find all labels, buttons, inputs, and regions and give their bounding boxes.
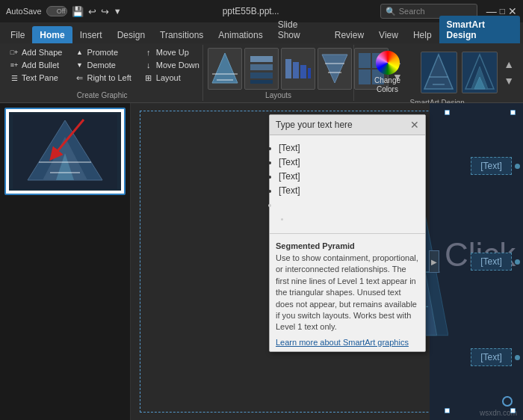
svg-rect-10: [308, 68, 311, 78]
add-bullet-icon: [9, 60, 19, 70]
rotate-handle[interactable]: [502, 396, 513, 407]
right-label-item-2: [Text]: [471, 253, 520, 271]
tab-help[interactable]: Help: [406, 26, 439, 43]
autosave-state: Off: [57, 7, 66, 15]
save-icon[interactable]: 💾: [72, 6, 84, 17]
layout-thumb-4[interactable]: [318, 48, 352, 90]
slide-thumbnail-svg: [13, 114, 117, 189]
text-pane-header: Type your text here ✕: [270, 115, 425, 135]
smartart-thumb-svg-1: [421, 52, 456, 93]
move-up-button[interactable]: Move Up: [140, 46, 202, 58]
svg-rect-7: [285, 59, 291, 78]
rtl-icon: [74, 72, 84, 83]
layout-thumb-3[interactable]: [281, 48, 315, 90]
text-pane-icon: [9, 72, 19, 83]
tab-view[interactable]: View: [371, 26, 406, 43]
svg-marker-18: [424, 55, 453, 89]
svg-marker-0: [212, 53, 238, 83]
tab-transitions[interactable]: Transitions: [152, 26, 211, 43]
right-to-left-button[interactable]: Right to Left: [71, 72, 134, 84]
layout-thumb-svg-1: [211, 52, 239, 86]
label-box-3[interactable]: [Text]: [471, 348, 512, 366]
text-pane-button[interactable]: Text Pane: [6, 72, 65, 84]
move-down-icon: [143, 60, 154, 70]
label-box-2[interactable]: [Text]: [471, 253, 512, 271]
smartart-thumb-svg-2: [462, 52, 497, 93]
text-pane-divider: [270, 233, 425, 234]
handle-tr[interactable]: [510, 110, 516, 115]
layout-thumb-2[interactable]: [244, 48, 279, 90]
handle-bl[interactable]: [445, 408, 450, 413]
layouts-title: Layouts: [208, 90, 349, 99]
promote-button[interactable]: Promote: [71, 46, 134, 58]
description-text: Use to show containment, proportional, o…: [276, 253, 419, 333]
autosave-toggle[interactable]: Off: [46, 6, 67, 16]
text-pane-title: Type your text here: [276, 120, 353, 130]
tab-animations[interactable]: Animations: [211, 26, 270, 43]
move-down-button[interactable]: Move Down: [140, 59, 202, 71]
svg-rect-5: [250, 72, 273, 78]
tab-smartart-design[interactable]: SmartArt Design: [439, 16, 520, 43]
tab-insert[interactable]: Insert: [72, 26, 110, 43]
smartart-design-group: Change Colors ▲ ▼: [356, 45, 520, 101]
smartart-scroll-up[interactable]: ▲: [502, 57, 516, 72]
slide-thumb-inner: [9, 112, 121, 191]
file-name: pptE55B.ppt...: [223, 6, 279, 16]
layout-thumb-1[interactable]: [208, 48, 242, 90]
watermark: wsxdn.com: [480, 409, 517, 417]
add-shape-icon: [9, 47, 19, 58]
layout-button[interactable]: Layout: [140, 72, 202, 84]
undo-icon[interactable]: ↩: [88, 6, 96, 17]
text-pane: Type your text here ✕ [Text] [Text] [Tex…: [269, 114, 426, 352]
maximize-icon[interactable]: □: [500, 6, 505, 16]
create-graphic-content: Add Shape Add Bullet Text Pane Promote: [6, 46, 202, 90]
text-pane-close-button[interactable]: ✕: [410, 119, 419, 131]
tab-design[interactable]: Design: [110, 26, 152, 43]
tab-file[interactable]: File: [3, 26, 32, 43]
svg-rect-9: [300, 65, 306, 78]
text-pane-toggle[interactable]: ▶: [429, 250, 439, 273]
color-wheel-icon: [376, 51, 400, 75]
handle-top[interactable]: [445, 110, 450, 115]
create-graphic-group: Add Shape Add Bullet Text Pane Promote: [3, 45, 203, 101]
create-graphic-title: Create Graphic: [6, 90, 198, 99]
right-label-item-3: [Text]: [471, 348, 520, 366]
smartart-style-1[interactable]: [421, 52, 457, 93]
text-item-2[interactable]: [Text]: [279, 156, 416, 168]
ribbon-tabs: File Home Insert Design Transitions Anim…: [0, 22, 523, 43]
search-placeholder: Search: [399, 7, 425, 16]
ribbon: Add Shape Add Bullet Text Pane Promote: [0, 43, 523, 103]
layouts-group: ▲ ▼ Layouts: [205, 45, 354, 101]
layout-icon: [143, 72, 154, 83]
description-title: Segmented Pyramid: [276, 241, 419, 250]
label-box-1[interactable]: [Text]: [471, 157, 512, 175]
tab-home[interactable]: Home: [32, 26, 72, 43]
text-item-6[interactable]: [291, 213, 416, 223]
smartart-style-2[interactable]: [462, 52, 498, 93]
text-item-5[interactable]: [279, 199, 416, 211]
add-bullet-button[interactable]: Add Bullet: [6, 59, 65, 71]
more-icon[interactable]: ▼: [114, 7, 122, 16]
slide-thumbnail-1[interactable]: 1: [4, 108, 126, 195]
demote-button[interactable]: Demote: [71, 59, 134, 71]
svg-rect-3: [250, 56, 273, 62]
smartart-scroll-down[interactable]: ▼: [502, 73, 516, 88]
learn-more-link[interactable]: Learn more about SmartArt graphics: [270, 338, 425, 351]
text-item-3[interactable]: [Text]: [279, 170, 416, 182]
text-pane-description: Segmented Pyramid Use to show containmen…: [270, 237, 425, 338]
svg-rect-4: [250, 64, 273, 70]
right-labels: [Text] [Text] [Text]: [471, 103, 520, 420]
toggle-arrow-icon: ▶: [431, 258, 437, 266]
label-dot-1: [515, 164, 520, 169]
search-icon: 🔍: [386, 7, 396, 16]
tab-slideshow[interactable]: Slide Show: [270, 16, 327, 43]
redo-icon[interactable]: ↪: [101, 6, 109, 17]
change-colors-button[interactable]: Change Colors: [359, 48, 416, 97]
text-item-1[interactable]: [Text]: [279, 142, 416, 154]
tab-review[interactable]: Review: [327, 26, 371, 43]
move-up-icon: [143, 47, 154, 58]
change-colors-label: Change Colors: [363, 76, 412, 94]
text-item-4[interactable]: [Text]: [279, 185, 416, 197]
add-shape-button[interactable]: Add Shape: [6, 46, 65, 58]
text-pane-items: [Text] [Text] [Text] [Text]: [270, 135, 425, 230]
